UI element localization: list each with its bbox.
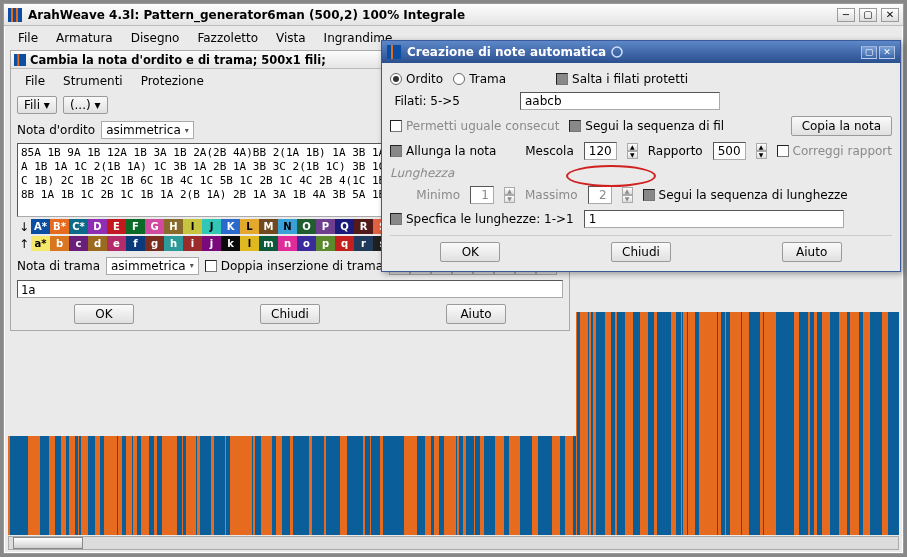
- inner-menu-file[interactable]: File: [17, 72, 53, 90]
- paren-button[interactable]: (...) ▾: [63, 96, 108, 114]
- palette-swatch[interactable]: P: [316, 219, 335, 234]
- doppia-checkbox[interactable]: Doppia inserzione di trama: [205, 259, 383, 273]
- modal-aiuto-button[interactable]: Aiuto: [782, 242, 842, 262]
- salta-checkbox[interactable]: Salta i filati protetti: [556, 72, 688, 86]
- palette-swatch[interactable]: b: [50, 236, 69, 251]
- modal-maximize-button[interactable]: ▢: [861, 46, 877, 59]
- palette-swatch[interactable]: L: [240, 219, 259, 234]
- palette-swatch[interactable]: d: [88, 236, 107, 251]
- minimize-button[interactable]: −: [837, 8, 855, 22]
- modal-close-button[interactable]: ✕: [879, 46, 895, 59]
- palette-swatch[interactable]: R: [354, 219, 373, 234]
- menu-disegno[interactable]: Disegno: [123, 29, 188, 47]
- minimo-spinner[interactable]: ▲▼: [504, 187, 515, 203]
- palette-swatch[interactable]: k: [221, 236, 240, 251]
- palette-swatch[interactable]: K: [221, 219, 240, 234]
- palette-swatch[interactable]: j: [202, 236, 221, 251]
- down-arrow-icon[interactable]: ↓: [17, 219, 31, 234]
- modal-ok-button[interactable]: OK: [440, 242, 500, 262]
- asimmetrica2-dropdown[interactable]: asimmetrica: [106, 257, 199, 275]
- fili-button[interactable]: Fili ▾: [17, 96, 57, 114]
- palette-swatch[interactable]: F: [126, 219, 145, 234]
- segui-seq-fil-checkbox[interactable]: Segui la sequenza di fil: [569, 119, 724, 133]
- inner-aiuto-button[interactable]: Aiuto: [446, 304, 506, 324]
- horizontal-scrollbar[interactable]: [8, 536, 899, 550]
- palette-swatch[interactable]: J: [202, 219, 221, 234]
- svg-rect-5: [387, 45, 401, 59]
- palette-swatch[interactable]: h: [164, 236, 183, 251]
- palette-swatch[interactable]: Q: [335, 219, 354, 234]
- correggi-checkbox[interactable]: Correggi rapport: [777, 144, 892, 158]
- palette-swatch[interactable]: a*: [31, 236, 50, 251]
- modal-titlebar: Creazione di note automatica ▢ ✕: [382, 41, 900, 63]
- massimo-input[interactable]: 2: [588, 186, 612, 204]
- minimo-input[interactable]: 1: [470, 186, 494, 204]
- palette-swatch[interactable]: e: [107, 236, 126, 251]
- svg-point-7: [612, 47, 622, 57]
- close-button[interactable]: ✕: [881, 8, 899, 22]
- palette-swatch[interactable]: I: [183, 219, 202, 234]
- palette-swatch[interactable]: g: [145, 236, 164, 251]
- palette-swatch[interactable]: M: [259, 219, 278, 234]
- palette-swatch[interactable]: C*: [69, 219, 88, 234]
- svg-rect-4: [17, 54, 19, 66]
- palette-swatch[interactable]: H: [164, 219, 183, 234]
- palette-swatch[interactable]: i: [183, 236, 202, 251]
- menu-file[interactable]: File: [10, 29, 46, 47]
- specifica-checkbox[interactable]: Specfica le lunghezze: 1->1: [390, 212, 574, 226]
- up-arrow-icon[interactable]: ↑: [17, 236, 31, 251]
- specifica-input[interactable]: 1: [584, 210, 844, 228]
- svg-rect-3: [14, 54, 26, 66]
- inner-chiudi-button[interactable]: Chiudi: [260, 304, 320, 324]
- palette-swatch[interactable]: p: [316, 236, 335, 251]
- palette-swatch[interactable]: D: [88, 219, 107, 234]
- palette-swatch[interactable]: O: [297, 219, 316, 234]
- rapporto-input[interactable]: 500: [713, 142, 746, 160]
- svg-rect-6: [391, 45, 393, 59]
- palette-swatch[interactable]: N: [278, 219, 297, 234]
- ordito-radio[interactable]: Ordito: [390, 72, 443, 86]
- inner-ok-button[interactable]: OK: [74, 304, 134, 324]
- palette-swatch[interactable]: n: [278, 236, 297, 251]
- massimo-spinner[interactable]: ▲▼: [622, 187, 633, 203]
- palette-swatch[interactable]: E: [107, 219, 126, 234]
- inner-icon: [14, 54, 26, 66]
- palette-swatch[interactable]: l: [240, 236, 259, 251]
- inner-menu-strumenti[interactable]: Strumenti: [55, 72, 131, 90]
- palette-swatch[interactable]: G: [145, 219, 164, 234]
- modal-icon: [387, 45, 401, 59]
- segui-seq-lung-checkbox[interactable]: Segui la sequenza di lunghezze: [643, 188, 848, 202]
- menu-armatura[interactable]: Armatura: [48, 29, 121, 47]
- maximize-button[interactable]: ▢: [859, 8, 877, 22]
- filati-label: Filati: 5->5: [390, 94, 460, 108]
- palette-swatch[interactable]: r: [354, 236, 373, 251]
- palette-swatch[interactable]: f: [126, 236, 145, 251]
- palette-swatch[interactable]: m: [259, 236, 278, 251]
- palette-swatch[interactable]: q: [335, 236, 354, 251]
- lunghezza-label: Lunghezza: [390, 166, 454, 180]
- menu-fazzoletto[interactable]: Fazzoletto: [189, 29, 266, 47]
- weave-pattern-preview-right: [576, 312, 899, 535]
- copia-nota-button[interactable]: Copia la nota: [791, 116, 892, 136]
- trama-input[interactable]: 1a: [17, 280, 563, 298]
- scrollbar-thumb[interactable]: [13, 537, 83, 549]
- palette-swatch[interactable]: B*: [50, 219, 69, 234]
- massimo-label: Massimo: [525, 188, 578, 202]
- asimmetrica-dropdown[interactable]: asimmetrica: [101, 121, 194, 139]
- modal-chiudi-button[interactable]: Chiudi: [611, 242, 671, 262]
- menu-vista[interactable]: Vista: [268, 29, 314, 47]
- mescola-spinner[interactable]: ▲▼: [627, 143, 638, 159]
- allunga-checkbox[interactable]: Allunga la nota: [390, 144, 496, 158]
- palette-swatch[interactable]: A*: [31, 219, 50, 234]
- rapporto-spinner[interactable]: ▲▼: [756, 143, 767, 159]
- trama-radio[interactable]: Trama: [453, 72, 506, 86]
- svg-rect-2: [16, 8, 18, 22]
- filati-input[interactable]: aabcb: [520, 92, 720, 110]
- nota-trama-label: Nota di trama: [17, 259, 100, 273]
- permetti-checkbox[interactable]: Permetti uguale consecut: [390, 119, 559, 133]
- mescola-input[interactable]: 120: [584, 142, 617, 160]
- palette-swatch[interactable]: c: [69, 236, 88, 251]
- inner-menu-protez[interactable]: Protezione: [133, 72, 212, 90]
- main-title: ArahWeave 4.3l: Pattern_generator6man (5…: [28, 8, 837, 22]
- palette-swatch[interactable]: o: [297, 236, 316, 251]
